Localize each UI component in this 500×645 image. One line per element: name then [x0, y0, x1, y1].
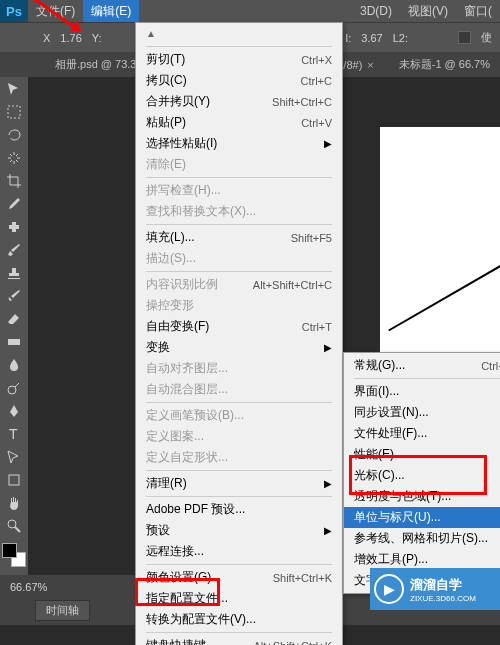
menu-auto-align: 自动对齐图层... — [136, 358, 342, 379]
pref-general[interactable]: 常规(G)...Ctrl+K — [344, 355, 500, 376]
top-menu-bar: Ps 文件(F) 编辑(E) 3D(D) 视图(V) 窗口( — [0, 0, 500, 22]
shape-tool[interactable] — [2, 469, 26, 491]
watermark-title: 溜溜自学 — [410, 576, 476, 594]
heal-tool[interactable] — [2, 216, 26, 238]
menu-define-brush: 定义画笔预设(B)... — [136, 405, 342, 426]
crop-tool[interactable] — [2, 170, 26, 192]
menu-puppet-warp: 操控变形 — [136, 295, 342, 316]
scroll-up-arrow[interactable]: ▲ — [136, 23, 342, 44]
pref-transparency[interactable]: 透明度与色域(T)... — [344, 486, 500, 507]
blur-tool[interactable] — [2, 354, 26, 376]
use-checkbox[interactable] — [458, 31, 471, 44]
eyedropper-tool[interactable] — [2, 193, 26, 215]
play-icon: ▶ — [374, 574, 404, 604]
option-w-value: 3.67 — [361, 32, 382, 44]
pref-cursors[interactable]: 光标(C)... — [344, 465, 500, 486]
wand-tool[interactable] — [2, 147, 26, 169]
hand-tool[interactable] — [2, 492, 26, 514]
menu-window[interactable]: 窗口( — [456, 0, 500, 22]
menu-paste-special[interactable]: 选择性粘贴(I)▶ — [136, 133, 342, 154]
move-tool[interactable] — [2, 78, 26, 100]
menu-define-shape: 定义自定形状... — [136, 447, 342, 468]
pref-guides[interactable]: 参考线、网格和切片(S)... — [344, 528, 500, 549]
svg-point-4 — [8, 386, 16, 394]
menu-copy[interactable]: 拷贝(C)Ctrl+C — [136, 70, 342, 91]
zoom-tool[interactable] — [2, 515, 26, 537]
pref-plugins[interactable]: 增效工具(P)... — [344, 549, 500, 570]
svg-rect-2 — [12, 222, 16, 232]
menu-copy-merged[interactable]: 合并拷贝(Y)Shift+Ctrl+C — [136, 91, 342, 112]
option-l2-label: L2: — [393, 32, 408, 44]
svg-point-7 — [8, 520, 16, 528]
menu-paste[interactable]: 粘贴(P)Ctrl+V — [136, 112, 342, 133]
menu-fill[interactable]: 填充(L)...Shift+F5 — [136, 227, 342, 248]
svg-text:T: T — [9, 426, 18, 442]
close-icon[interactable]: × — [367, 59, 373, 71]
preferences-submenu: 常规(G)...Ctrl+K 界面(I)... 同步设置(N)... 文件处理(… — [343, 352, 500, 594]
menu-stroke: 描边(S)... — [136, 248, 342, 269]
type-tool[interactable]: T — [2, 423, 26, 445]
menu-find-replace: 查找和替换文本(X)... — [136, 201, 342, 222]
tool-palette: T — [0, 77, 28, 575]
document-canvas[interactable] — [380, 127, 500, 377]
pref-units[interactable]: 单位与标尺(U)... — [344, 507, 500, 528]
pref-interface[interactable]: 界面(I)... — [344, 381, 500, 402]
menu-shortcuts[interactable]: 键盘快捷键...Alt+Shift+Ctrl+K — [136, 635, 342, 645]
menu-file[interactable]: 文件(F) — [28, 0, 83, 22]
menu-content-aware-scale: 内容识别比例Alt+Shift+Ctrl+C — [136, 274, 342, 295]
tab-3[interactable]: 未标题-1 @ 66.7% — [389, 52, 500, 77]
edit-dropdown: ▲ 剪切(T)Ctrl+X 拷贝(C)Ctrl+C 合并拷贝(Y)Shift+C… — [135, 22, 343, 645]
zoom-level[interactable]: 66.67% — [10, 581, 47, 593]
menu-adobe-pdf[interactable]: Adobe PDF 预设... — [136, 499, 342, 520]
menu-presets[interactable]: 预设▶ — [136, 520, 342, 541]
eraser-tool[interactable] — [2, 308, 26, 330]
color-swatches[interactable] — [2, 543, 26, 567]
menu-clear: 清除(E) — [136, 154, 342, 175]
menu-3d[interactable]: 3D(D) — [352, 0, 400, 22]
pen-tool[interactable] — [2, 400, 26, 422]
use-label: 使 — [481, 30, 492, 45]
menu-convert-profile[interactable]: 转换为配置文件(V)... — [136, 609, 342, 630]
menu-define-pattern: 定义图案... — [136, 426, 342, 447]
timeline-tab[interactable]: 时间轴 — [35, 600, 90, 621]
lasso-tool[interactable] — [2, 124, 26, 146]
path-select-tool[interactable] — [2, 446, 26, 468]
option-y-label: Y: — [92, 32, 102, 44]
menu-remote[interactable]: 远程连接... — [136, 541, 342, 562]
menu-cut[interactable]: 剪切(T)Ctrl+X — [136, 49, 342, 70]
menu-spell: 拼写检查(H)... — [136, 180, 342, 201]
watermark-url: ZIXUE.3D66.COM — [410, 594, 476, 603]
menu-auto-blend: 自动混合图层... — [136, 379, 342, 400]
svg-rect-3 — [8, 339, 20, 345]
menu-free-transform[interactable]: 自由变换(F)Ctrl+T — [136, 316, 342, 337]
menu-assign-profile[interactable]: 指定配置文件... — [136, 588, 342, 609]
gradient-tool[interactable] — [2, 331, 26, 353]
menu-color-settings[interactable]: 颜色设置(G)...Shift+Ctrl+K — [136, 567, 342, 588]
svg-rect-6 — [9, 475, 19, 485]
svg-rect-0 — [8, 106, 20, 118]
menu-view[interactable]: 视图(V) — [400, 0, 456, 22]
history-brush-tool[interactable] — [2, 285, 26, 307]
menu-transform[interactable]: 变换▶ — [136, 337, 342, 358]
pref-sync[interactable]: 同步设置(N)... — [344, 402, 500, 423]
stamp-tool[interactable] — [2, 262, 26, 284]
watermark: ▶ 溜溜自学 ZIXUE.3D66.COM — [370, 568, 500, 610]
ps-logo: Ps — [0, 0, 28, 22]
menu-edit[interactable]: 编辑(E) — [83, 0, 139, 22]
marquee-tool[interactable] — [2, 101, 26, 123]
dodge-tool[interactable] — [2, 377, 26, 399]
foreground-color[interactable] — [2, 543, 17, 558]
brush-tool[interactable] — [2, 239, 26, 261]
menu-purge[interactable]: 清理(R)▶ — [136, 473, 342, 494]
pref-file-handling[interactable]: 文件处理(F)... — [344, 423, 500, 444]
pref-performance[interactable]: 性能(E)... — [344, 444, 500, 465]
